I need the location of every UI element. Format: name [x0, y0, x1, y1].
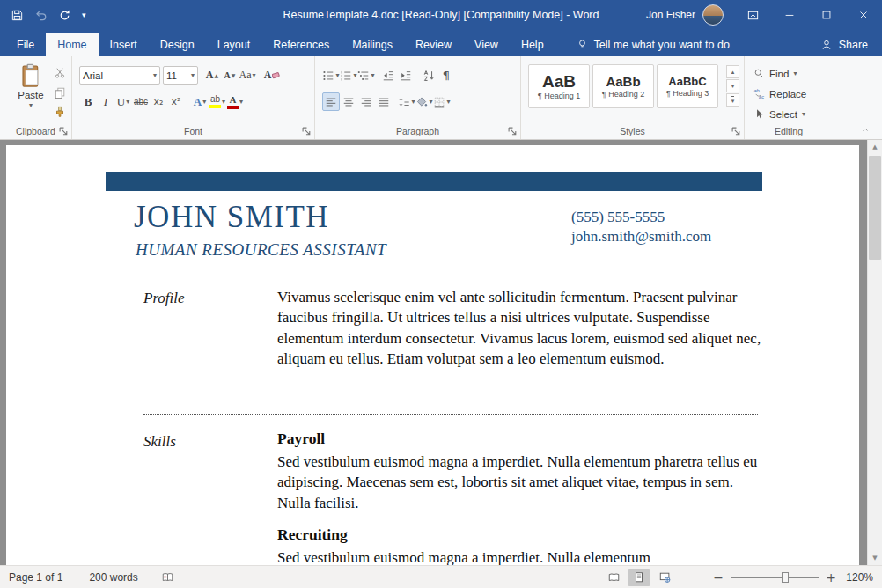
sort-button[interactable]	[420, 66, 437, 85]
zoom-slider[interactable]	[731, 577, 819, 578]
resume-name[interactable]: JOHN SMITH	[134, 200, 329, 235]
tab-layout[interactable]: Layout	[206, 33, 262, 56]
proofing-status-button[interactable]	[161, 571, 174, 584]
copy-button[interactable]	[51, 84, 68, 100]
grow-font-button[interactable]: A▲	[203, 66, 221, 85]
document-accent-bar[interactable]	[106, 172, 762, 191]
font-size-input[interactable]	[166, 70, 189, 81]
style-heading-2[interactable]: AaBb ¶ Heading 2	[592, 64, 654, 108]
font-name-combobox[interactable]: ▾	[79, 66, 160, 85]
line-spacing-button[interactable]: ▾	[398, 92, 415, 111]
profile-section-label[interactable]: Profile	[143, 290, 185, 307]
undo-button[interactable]	[34, 9, 48, 22]
bullets-button[interactable]: ▾	[322, 66, 340, 85]
zoom-in-button[interactable]: +	[826, 570, 836, 584]
paragraph-dialog-launcher[interactable]	[508, 127, 518, 136]
strikethrough-button[interactable]: abc	[132, 92, 150, 111]
styles-scroll-down-button[interactable]: ▾	[726, 79, 739, 92]
style-heading-3[interactable]: AaBbC ¶ Heading 3	[657, 64, 718, 108]
read-mode-button[interactable]	[602, 569, 625, 586]
subscript-button[interactable]: x₂	[150, 92, 167, 111]
tab-review[interactable]: Review	[404, 33, 463, 56]
cut-button[interactable]	[51, 64, 68, 81]
bold-button[interactable]: B	[79, 92, 97, 111]
paste-dropdown-icon[interactable]: ▾	[29, 102, 33, 109]
replace-button[interactable]: abac Replace	[753, 85, 806, 102]
web-layout-button[interactable]	[653, 569, 676, 586]
shading-button[interactable]: ▾	[415, 92, 433, 111]
tab-mailings[interactable]: Mailings	[341, 33, 404, 56]
italic-button[interactable]: I	[97, 92, 114, 111]
numbering-button[interactable]: ▾	[340, 66, 357, 85]
redo-button[interactable]	[58, 9, 71, 22]
find-button[interactable]: Find ▾	[753, 65, 806, 82]
format-painter-button[interactable]	[51, 103, 68, 120]
justify-button[interactable]	[375, 92, 393, 111]
tab-help[interactable]: Help	[510, 33, 555, 56]
resume-phone[interactable]: (555) 555-5555	[571, 209, 665, 226]
customize-qat-button[interactable]: ▾	[82, 11, 86, 19]
minimize-button[interactable]	[771, 0, 808, 30]
signed-in-user[interactable]: Jon Fisher	[646, 9, 695, 21]
skill-heading-payroll[interactable]: Payroll	[277, 430, 325, 448]
increase-indent-button[interactable]	[397, 66, 415, 85]
align-center-button[interactable]	[340, 92, 357, 111]
maximize-button[interactable]	[808, 0, 845, 30]
tab-view[interactable]: View	[463, 33, 510, 56]
font-dialog-launcher[interactable]	[302, 127, 312, 136]
share-button[interactable]: Share	[820, 33, 868, 56]
align-left-button[interactable]	[322, 92, 340, 111]
zoom-out-button[interactable]: −	[713, 570, 724, 584]
scrollbar-thumb[interactable]	[869, 156, 881, 260]
skills-section-label[interactable]: Skills	[143, 433, 176, 451]
styles-more-button[interactable]: ▾	[726, 93, 739, 107]
font-name-input[interactable]	[83, 70, 151, 81]
skill-text-payroll[interactable]: Sed vestibulum euismod magna a imperdiet…	[277, 452, 767, 513]
page-indicator[interactable]: Page 1 of 1	[9, 571, 62, 584]
close-button[interactable]	[845, 0, 882, 30]
zoom-slider-thumb[interactable]	[782, 572, 789, 583]
text-highlight-button[interactable]: ab ▾	[209, 92, 226, 111]
resume-job-title[interactable]: HUMAN RESOURCES ASSISTANT	[136, 240, 386, 260]
word-count[interactable]: 200 words	[89, 571, 137, 584]
styles-dialog-launcher[interactable]	[731, 127, 741, 136]
tab-design[interactable]: Design	[149, 33, 206, 56]
shrink-font-button[interactable]: A▼	[221, 66, 239, 85]
profile-text[interactable]: Vivamus scelerisque enim vel ante sollic…	[277, 287, 767, 370]
print-layout-button[interactable]	[628, 569, 650, 586]
chevron-down-icon[interactable]: ▾	[191, 72, 195, 79]
underline-button[interactable]: U▾	[114, 92, 132, 111]
multilevel-list-button[interactable]: ▾	[357, 66, 375, 85]
tell-me-box[interactable]: Tell me what you want to do	[577, 33, 730, 56]
collapse-ribbon-button[interactable]	[857, 123, 873, 136]
superscript-button[interactable]: x²	[167, 92, 185, 111]
select-button[interactable]: Select ▾	[753, 106, 806, 122]
clear-formatting-button[interactable]: A	[263, 66, 281, 85]
paste-button[interactable]: Paste ▾	[11, 63, 51, 109]
decrease-indent-button[interactable]	[379, 66, 397, 85]
skill-heading-recruiting[interactable]: Recruiting	[277, 526, 348, 544]
resume-email[interactable]: john.smith@smith.com	[571, 228, 711, 246]
avatar[interactable]	[702, 4, 724, 26]
chevron-down-icon[interactable]: ▾	[153, 72, 157, 79]
document-page[interactable]: JOHN SMITH HUMAN RESOURCES ASSISTANT (55…	[6, 145, 859, 565]
style-heading-1[interactable]: AaB ¶ Heading 1	[528, 64, 590, 108]
font-color-button[interactable]: A ▾	[226, 92, 244, 111]
tab-file[interactable]: File	[5, 33, 46, 56]
align-right-button[interactable]	[357, 92, 375, 111]
ribbon-display-options-button[interactable]	[734, 0, 771, 30]
scroll-up-button[interactable]: ▲	[868, 140, 882, 154]
tab-references[interactable]: References	[261, 33, 341, 56]
styles-scroll-up-button[interactable]: ▴	[726, 65, 739, 78]
clipboard-dialog-launcher[interactable]	[59, 127, 69, 136]
borders-button[interactable]: ▾	[433, 92, 451, 111]
text-effects-button[interactable]: A▾	[191, 92, 209, 111]
skill-text-recruiting[interactable]: Sed vestibulum euismod magna a imperdiet…	[277, 548, 767, 565]
change-case-button[interactable]: Aa▾	[239, 66, 256, 85]
scroll-down-button[interactable]: ▼	[868, 551, 882, 565]
vertical-scrollbar[interactable]: ▲ ▼	[867, 140, 882, 565]
show-formatting-marks-button[interactable]: ¶	[437, 66, 455, 85]
tab-insert[interactable]: Insert	[99, 33, 149, 56]
font-size-combobox[interactable]: ▾	[163, 66, 198, 85]
save-button[interactable]	[11, 9, 24, 22]
